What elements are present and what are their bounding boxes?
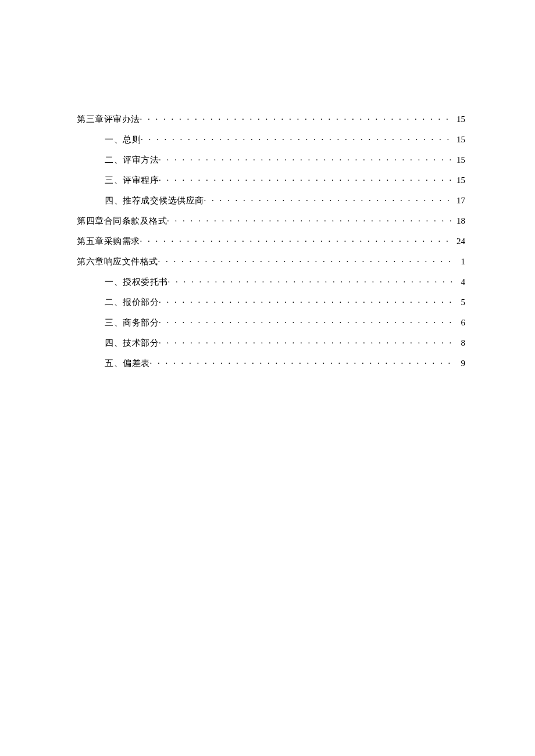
toc-label: 五、偏差表 [105,358,150,369]
toc-entry: 四、推荐成交候选供应商 17 [77,195,465,206]
toc-label: 第四章合同条款及格式 [77,216,167,227]
toc-leader-dots [159,337,454,346]
toc-label: 第六章响应文件格式 [77,256,158,267]
toc-entry: 第四章合同条款及格式 18 [77,215,465,227]
toc-leader-dots [140,113,454,122]
toc-entry: 第六章响应文件格式 1 [77,256,465,267]
toc-page-number: 15 [454,155,465,165]
toc-leader-dots [140,235,454,244]
toc-page-number: 15 [454,114,465,124]
toc-entry: 三、评审程序 15 [77,174,465,186]
toc-entry: 一、授权委托书 4 [77,276,465,288]
toc-page-number: 8 [454,338,465,348]
toc-page-number: 15 [454,175,465,185]
toc-page-number: 4 [454,277,465,287]
toc-entry: 三、商务部分 6 [77,317,465,328]
toc-label: 第三章评审办法 [77,114,140,125]
toc-label: 二、报价部分 [105,297,159,308]
toc-entry: 二、报价部分 5 [77,296,465,308]
toc-page-number: 9 [454,359,465,368]
toc-entry: 第三章评审办法 15 [77,113,465,125]
toc-leader-dots [159,154,454,163]
toc-entry: 四、技术部分 8 [77,337,465,349]
toc-entry: 五、偏差表 9 [77,357,465,369]
toc-entry: 第五章采购需求 24 [77,235,465,247]
toc-page-number: 5 [454,298,465,307]
toc-leader-dots [158,256,454,264]
toc-label: 二、评审方法 [105,155,159,166]
toc-label: 四、技术部分 [105,338,159,349]
toc-entry: 一、总则 15 [77,134,465,145]
toc-label: 三、商务部分 [105,317,159,328]
toc-page-number: 1 [454,257,465,267]
toc-label: 一、授权委托书 [105,277,168,288]
toc-leader-dots [168,276,454,285]
toc-entry: 二、评审方法 15 [77,154,465,166]
toc-page-number: 6 [454,318,465,328]
toc-leader-dots [159,174,454,183]
toc-page-number: 15 [454,135,465,145]
toc-page-number: 17 [454,196,465,206]
toc-leader-dots [141,134,454,142]
toc-leader-dots [159,317,454,325]
toc-leader-dots [150,357,454,366]
table-of-contents: 第三章评审办法 15 一、总则 15 二、评审方法 15 三、评审程序 15 四… [77,113,465,369]
toc-label: 第五章采购需求 [77,236,140,247]
toc-label: 一、总则 [105,134,141,145]
toc-label: 四、推荐成交候选供应商 [105,195,204,206]
toc-leader-dots [167,215,454,224]
toc-leader-dots [159,296,454,305]
toc-page-number: 24 [454,237,465,246]
toc-leader-dots [204,195,454,203]
toc-page-number: 18 [454,216,465,226]
toc-label: 三、评审程序 [105,175,159,186]
